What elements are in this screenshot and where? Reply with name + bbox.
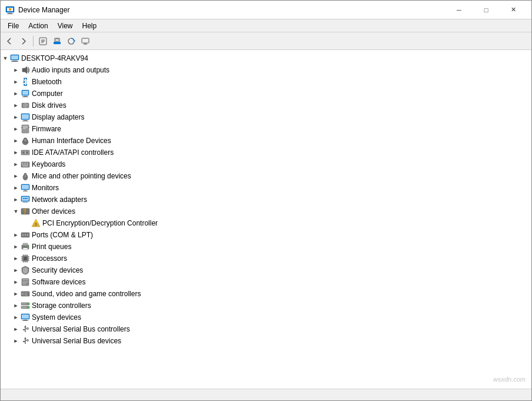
firmware-expand-icon[interactable]: ► — [11, 124, 21, 134]
tree-item-storage[interactable]: ► Storage controllers — [11, 300, 531, 311]
software-expand-icon[interactable]: ► — [11, 277, 21, 287]
firmware-icon — [21, 124, 30, 134]
security-icon — [21, 266, 30, 275]
tree-item-usb[interactable]: ► Universal Serial Bus controllers — [11, 323, 531, 335]
tree-item-monitors[interactable]: ► Monitors — [11, 182, 531, 194]
svg-rect-38 — [23, 128, 26, 129]
svg-rect-33 — [24, 120, 27, 121]
security-expand-icon[interactable]: ► — [11, 266, 21, 275]
menu-action[interactable]: Action — [24, 21, 52, 31]
ide-icon — [21, 148, 30, 157]
bluetooth-expand-icon[interactable]: ► — [11, 77, 21, 87]
svg-rect-11 — [54, 42, 61, 44]
svg-rect-106 — [22, 283, 27, 283]
print-label: Print queues — [32, 243, 71, 251]
svg-rect-32 — [22, 114, 29, 119]
menu-file[interactable]: File — [3, 21, 24, 31]
device-manager-window: Device Manager ─ □ ✕ File Action View He… — [0, 0, 532, 401]
svg-marker-125 — [24, 326, 26, 327]
toolbar-update-driver-button[interactable] — [51, 35, 64, 48]
svg-rect-3 — [7, 14, 13, 14]
svg-rect-107 — [22, 284, 26, 284]
usb-expand-icon[interactable]: ► — [11, 324, 21, 334]
monitors-icon — [21, 183, 30, 193]
mice-expand-icon[interactable]: ► — [11, 171, 21, 181]
tree-item-sound[interactable]: ► Sound, video and game controllers — [11, 288, 531, 300]
tree-item-pci[interactable]: ► ! PCI Encryption/Decryption Controller — [22, 217, 531, 229]
bluetooth-icon — [21, 77, 30, 87]
svg-rect-37 — [23, 127, 28, 128]
hid-expand-icon[interactable]: ► — [11, 136, 21, 145]
tree-item-processors[interactable]: ► — [11, 253, 531, 264]
svg-rect-87 — [23, 248, 28, 250]
tree-item-audio[interactable]: ► Audio inputs and outputs — [11, 64, 531, 76]
storage-expand-icon[interactable]: ► — [11, 301, 21, 310]
minimize-button[interactable]: ─ — [445, 1, 473, 19]
ports-expand-icon[interactable]: ► — [11, 230, 21, 240]
svg-point-49 — [25, 152, 26, 153]
tree-item-ports[interactable]: ► Ports (COM & LPT) — [11, 229, 531, 241]
network-expand-icon[interactable]: ► — [11, 195, 21, 204]
sound-expand-icon[interactable]: ► — [11, 289, 21, 299]
svg-rect-56 — [24, 164, 25, 165]
tree-item-usbdev[interactable]: ► Universal Serial Bus devices — [11, 335, 531, 347]
root-label: DESKTOP-4RAKV94 — [21, 54, 88, 62]
menu-view[interactable]: View — [53, 21, 78, 31]
keyboard-expand-icon[interactable]: ► — [11, 160, 21, 169]
svg-rect-14 — [82, 38, 89, 43]
ide-expand-icon[interactable]: ► — [11, 148, 21, 157]
disk-expand-icon[interactable]: ► — [11, 101, 21, 110]
tree-item-disk[interactable]: ► Disk drives — [11, 100, 531, 111]
tree-item-mice[interactable]: ► Mice and other pointing devices — [11, 170, 531, 182]
tree-item-firmware[interactable]: ► Firmware — [11, 123, 531, 135]
other-label: Other devices — [32, 207, 75, 216]
svg-rect-54 — [27, 163, 28, 164]
tree-view-content[interactable]: ▼ DESKTOP-4RAKV94 ► — [1, 50, 531, 389]
tree-item-software[interactable]: ► Software devices — [11, 276, 531, 288]
tree-item-display[interactable]: ► Display adapters — [11, 111, 531, 123]
sound-icon — [21, 289, 30, 299]
window-controls: ─ □ ✕ — [445, 1, 527, 19]
watermark: wsxdn.com — [493, 376, 526, 383]
print-icon — [21, 242, 30, 251]
usb-label: Universal Serial Bus controllers — [32, 325, 130, 333]
toolbar-back-button[interactable] — [3, 35, 16, 48]
toolbar-properties-button[interactable] — [36, 35, 49, 48]
toolbar-sep-1 — [33, 36, 34, 47]
usb-icon — [21, 324, 30, 334]
svg-rect-113 — [25, 295, 28, 296]
svg-rect-51 — [22, 163, 23, 164]
audio-expand-icon[interactable]: ► — [11, 65, 21, 75]
tree-item-print[interactable]: ► Print queues — [11, 241, 531, 253]
network-label: Network adapters — [32, 195, 87, 204]
svg-marker-21 — [22, 67, 27, 74]
toolbar-display-button[interactable] — [79, 35, 92, 48]
tree-item-system[interactable]: ► System devices — [11, 311, 531, 323]
system-icon — [21, 313, 30, 322]
toolbar — [1, 32, 531, 50]
processors-expand-icon[interactable]: ► — [11, 254, 21, 263]
monitors-expand-icon[interactable]: ► — [11, 183, 21, 193]
tree-item-bluetooth[interactable]: ► Bluetooth — [11, 76, 531, 88]
print-expand-icon[interactable]: ► — [11, 242, 21, 251]
toolbar-forward-button[interactable] — [17, 35, 30, 48]
usbdev-expand-icon[interactable]: ► — [11, 336, 21, 346]
tree-item-other[interactable]: ▼ ? Other devices — [11, 206, 531, 217]
svg-rect-80 — [33, 223, 39, 227]
tree-item-computer[interactable]: ► Computer — [11, 88, 531, 100]
tree-root[interactable]: ▼ DESKTOP-4RAKV94 — [1, 52, 531, 64]
tree-item-network[interactable]: ► Network adapters — [11, 194, 531, 206]
root-expand-icon[interactable]: ▼ — [1, 54, 10, 63]
other-expand-icon[interactable]: ▼ — [11, 207, 21, 216]
system-expand-icon[interactable]: ► — [11, 313, 21, 322]
menu-help[interactable]: Help — [78, 21, 102, 31]
tree-item-ide[interactable]: ► IDE ATA/ATAPI controllers — [11, 147, 531, 158]
computer-expand-icon[interactable]: ► — [11, 89, 21, 98]
display-expand-icon[interactable]: ► — [11, 112, 21, 122]
close-button[interactable]: ✕ — [500, 1, 527, 19]
tree-item-hid[interactable]: ► Human Interface Devices — [11, 135, 531, 147]
tree-item-security[interactable]: ► Security devices — [11, 264, 531, 276]
tree-item-keyboard[interactable]: ► Keyboards — [11, 158, 531, 170]
maximize-button[interactable]: □ — [473, 1, 500, 19]
toolbar-scan-button[interactable] — [65, 35, 78, 48]
